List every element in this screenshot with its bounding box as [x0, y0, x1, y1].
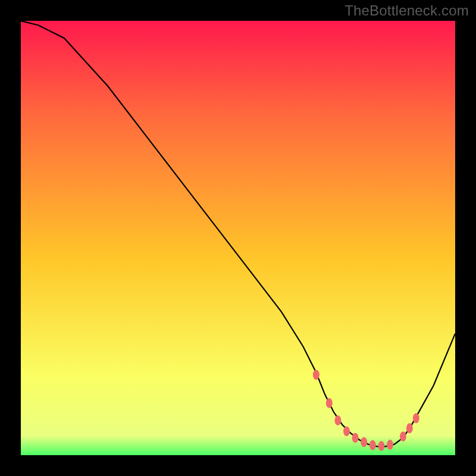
plot-area [21, 21, 455, 455]
marker-dot [326, 398, 333, 408]
plot-svg [21, 21, 455, 455]
marker-dot [413, 414, 419, 424]
marker-dot [334, 415, 341, 425]
chart-frame: TheBottleneck.com [0, 0, 476, 476]
gradient-background [21, 21, 455, 455]
marker-dot [343, 426, 350, 436]
watermark-text: TheBottleneck.com [345, 2, 469, 19]
marker-dot [352, 433, 359, 443]
marker-dot [361, 437, 367, 447]
marker-dot [378, 441, 384, 451]
marker-dot [400, 431, 406, 441]
marker-dot [369, 440, 376, 450]
marker-dot [406, 423, 413, 433]
marker-dot [387, 440, 393, 450]
marker-dot [313, 370, 320, 380]
